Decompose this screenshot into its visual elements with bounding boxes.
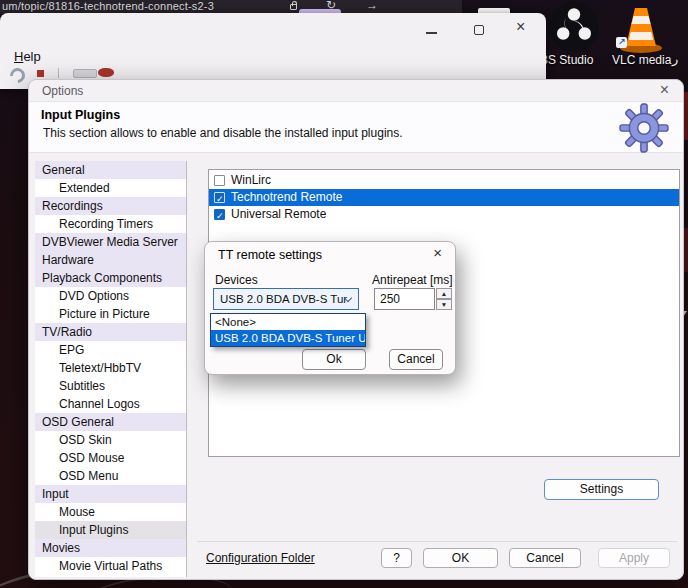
sidebar-item-label: Input (42, 487, 69, 501)
sidebar-item[interactable]: DVD Options (35, 287, 186, 305)
sidebar-item-label: Subtitles (59, 379, 105, 393)
plugin-row[interactable]: Universal Remote (209, 206, 679, 223)
devices-label: Devices (215, 273, 258, 287)
options-sidebar: General Extended Recordings Recording Ti… (35, 161, 187, 577)
app-logo-icon (7, 65, 28, 86)
sidebar-item[interactable]: Input (35, 485, 186, 503)
sidebar-item-label: OSD Mouse (59, 451, 124, 465)
sidebar-item-label: OSD Menu (59, 469, 118, 483)
sidebar-item[interactable]: Subtitles (35, 377, 186, 395)
maximize-icon[interactable] (474, 25, 484, 35)
sidebar-item[interactable]: Teletext/HbbTV (35, 359, 186, 377)
options-dialog: Options × Input Plugins This section all… (28, 79, 684, 580)
sidebar-item-label: Movies (42, 541, 80, 555)
minimize-icon[interactable] (426, 32, 437, 34)
menu-help[interactable]: Help (14, 49, 41, 64)
browser-address-bar[interactable]: um/topic/81816-technotrend-connect-s2-3 … (0, 0, 462, 14)
dropdown-option[interactable]: <None> (211, 314, 365, 330)
spin-up-icon[interactable]: ▲ (436, 288, 452, 299)
plugin-checkbox[interactable] (214, 175, 225, 186)
sidebar-item-label: Extended (59, 181, 110, 195)
vlc-icon[interactable]: ↗ (618, 4, 664, 54)
toolbar-divider (58, 68, 59, 78)
dropdown-option-label: USB 2.0 BDA DVB-S Tuner U (215, 332, 365, 344)
settings-button[interactable]: Settings (544, 479, 659, 500)
plugin-label: WinLirc (231, 173, 271, 187)
forward-arrow-icon[interactable]: → (366, 0, 378, 12)
devices-combobox[interactable]: USB 2.0 BDA DVB-S Tur (213, 288, 359, 310)
close-icon[interactable]: × (433, 244, 442, 261)
toolbar-icon-fragment[interactable] (98, 68, 114, 77)
sidebar-item[interactable]: Recording Timers (35, 215, 186, 233)
antirepeat-input[interactable] (374, 288, 435, 310)
plugin-row[interactable]: Technotrend Remote (209, 189, 679, 206)
close-icon[interactable]: × (660, 81, 669, 99)
sidebar-item[interactable]: Input Plugins (35, 521, 186, 539)
section-title: Input Plugins (41, 108, 120, 122)
sidebar-item[interactable]: Playback Components (35, 269, 186, 287)
sidebar-item-label: OSD Skin (59, 433, 112, 447)
sidebar-item-label: Channel Logos (59, 397, 140, 411)
sidebar-item-label: Teletext/HbbTV (59, 361, 141, 375)
sidebar-item-label: TV/Radio (42, 325, 92, 339)
sidebar-item-label: DVBViewer Media Server (42, 235, 178, 249)
sidebar-item-label: DVD Options (59, 289, 129, 303)
plugin-row[interactable]: WinLirc (209, 172, 679, 189)
sidebar-item[interactable]: OSD General (35, 413, 186, 431)
sidebar-item[interactable]: Recordings (35, 197, 186, 215)
tt-ok-button[interactable]: Ok (302, 349, 366, 370)
sidebar-item[interactable]: OSD Mouse (35, 449, 186, 467)
spin-down-icon[interactable]: ▼ (436, 299, 452, 310)
close-icon[interactable]: × (516, 18, 525, 36)
help-button[interactable]: ? (381, 548, 412, 568)
sidebar-item[interactable]: Picture in Picture (35, 305, 186, 323)
obs-logo (548, 1, 600, 53)
antirepeat-stepper: ▲ ▼ (374, 288, 452, 310)
plugin-checkbox[interactable] (214, 192, 225, 203)
sidebar-item-label: Playback Components (42, 271, 162, 285)
devices-dropdown-list: <None> USB 2.0 BDA DVB-S Tuner U (210, 313, 366, 347)
sidebar-item[interactable]: Movie Virtual Paths (35, 557, 186, 575)
toolbar-icon-fragment[interactable] (37, 70, 44, 77)
sidebar-item-label: General (42, 163, 85, 177)
devices-combobox-value: USB 2.0 BDA DVB-S Tur (220, 293, 347, 305)
sidebar-item-label: Picture in Picture (59, 307, 150, 321)
ok-button[interactable]: OK (423, 548, 498, 568)
sidebar-item[interactable]: OSD Skin (35, 431, 186, 449)
gear-icon (619, 103, 669, 153)
sidebar-item[interactable]: OSD Menu (35, 467, 186, 485)
sidebar-item[interactable]: Movies (35, 539, 186, 557)
sidebar-item-label: Hardware (42, 253, 94, 267)
sidebar-item-label: OSD General (42, 415, 114, 429)
sidebar-item-label: Recording Timers (59, 217, 153, 231)
toolbar-icon-fragment[interactable] (73, 69, 97, 78)
cancel-button[interactable]: Cancel (509, 548, 581, 568)
sidebar-item[interactable]: Mouse (35, 503, 186, 521)
sidebar-item[interactable]: Extended (35, 179, 186, 197)
options-dialog-title: Options (42, 84, 83, 98)
tt-dialog-title: TT remote settings (218, 248, 322, 262)
sidebar-item[interactable]: Hardware (35, 251, 186, 269)
configuration-folder-link[interactable]: Configuration Folder (206, 551, 315, 565)
sidebar-item[interactable]: EPG (35, 341, 186, 359)
sidebar-item-label: Movie Virtual Paths (59, 559, 162, 573)
tt-cancel-button[interactable]: Cancel (389, 349, 443, 370)
sidebar-item-label: Mouse (59, 505, 95, 519)
url-text[interactable]: um/topic/81816-technotrend-connect-s2-3 (2, 0, 214, 13)
shortcut-arrow-icon: ↗ (616, 37, 627, 48)
sidebar-item[interactable]: General (35, 161, 186, 179)
options-header: Input Plugins This section allows to ena… (29, 101, 683, 153)
obs-studio-label: BS Studio (540, 53, 593, 67)
footer-separator (197, 541, 677, 542)
plugin-checkbox[interactable] (214, 209, 225, 220)
apply-button: Apply (598, 548, 670, 568)
desktop-arabic-label: ر (672, 51, 678, 66)
sidebar-item[interactable]: DVBViewer Media Server (35, 233, 186, 251)
plugin-label: Universal Remote (231, 207, 326, 221)
sidebar-item[interactable]: TV/Radio (35, 323, 186, 341)
obs-studio-icon[interactable] (548, 1, 600, 53)
antirepeat-label: Antirepeat [ms] (372, 273, 453, 287)
sidebar-item-label: Recordings (42, 199, 103, 213)
sidebar-item[interactable]: Channel Logos (35, 395, 186, 413)
dropdown-option[interactable]: USB 2.0 BDA DVB-S Tuner U (211, 330, 365, 346)
